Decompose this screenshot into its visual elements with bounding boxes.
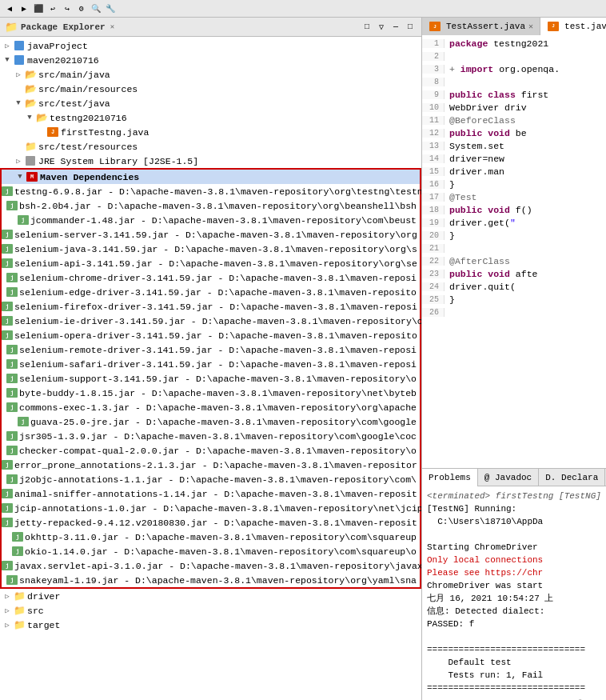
list-item[interactable]: j byte-buddy-1.8.15.jar - D:\apache-mave… bbox=[2, 386, 420, 400]
tree-item-target[interactable]: ▷ 📁 target bbox=[0, 618, 421, 632]
list-item[interactable]: j selenium-support-3.141.59.jar - D:\apa… bbox=[2, 371, 420, 386]
list-item[interactable]: j checker-compat-qual-2.0.0.jar - D:\apa… bbox=[2, 443, 420, 458]
toolbar-icon-6[interactable]: ⚙ bbox=[75, 2, 88, 15]
list-item[interactable]: j selenium-server-3.141.59.jar - D:\apac… bbox=[2, 227, 420, 242]
tree-item-driver[interactable]: ▷ 📁 driver bbox=[0, 589, 421, 603]
jre-icon bbox=[24, 155, 37, 166]
tab-close-icon[interactable]: ✕ bbox=[528, 22, 533, 31]
toggle-src-main-java[interactable]: ▷ bbox=[13, 70, 24, 79]
toggle-driver[interactable]: ▷ bbox=[2, 592, 13, 601]
toggle-src-test-java[interactable]: ▼ bbox=[13, 99, 24, 107]
code-line: 24 driver.quit( bbox=[422, 280, 606, 293]
tab-declaration[interactable]: D. Declara bbox=[539, 469, 605, 486]
tree-item-firstTestng[interactable]: J firstTestng.java bbox=[0, 125, 421, 139]
list-item[interactable]: j selenium-safari-driver-3.141.59.jar - … bbox=[2, 357, 420, 371]
tab-label: TestAssert.java bbox=[446, 22, 525, 31]
jar-icon: j bbox=[2, 488, 13, 499]
toggle-testng[interactable]: ▼ bbox=[24, 114, 35, 122]
editor-panel: J TestAssert.java ✕ J test.java ✕ 1 pack… bbox=[422, 18, 606, 700]
dep-label: okio-1.14.0.jar - D:\apache-maven-3.8.1\… bbox=[25, 546, 417, 557]
tab-problems[interactable]: Problems bbox=[422, 469, 478, 486]
close-tab-icon[interactable]: ✕ bbox=[110, 22, 114, 31]
list-item[interactable]: j selenium-remote-driver-3.141.59.jar - … bbox=[2, 342, 420, 357]
testng-folder-icon: 📂 bbox=[35, 112, 48, 123]
project-tree[interactable]: ▷ javaProject ▼ maven20210716 ▷ 📂 src/ma… bbox=[0, 37, 421, 700]
jar-icon: j bbox=[12, 531, 23, 542]
maximize-icon[interactable]: □ bbox=[404, 21, 417, 34]
tab-javadoc[interactable]: @ Javadoc bbox=[478, 469, 539, 486]
list-item[interactable]: j j2objc-annotations-1.1.jar - D:\apache… bbox=[2, 472, 420, 486]
tree-label: src/main/resources bbox=[38, 84, 138, 94]
code-editor[interactable]: 1 package testng2021 2 3 + import org.op… bbox=[422, 35, 606, 468]
tree-item-maven-deps[interactable]: ▼ M Maven Dependencies bbox=[2, 170, 420, 184]
list-item[interactable]: j animal-sniffer-annotations-1.14.jar - … bbox=[2, 486, 420, 501]
tab-TestAssert[interactable]: J TestAssert.java ✕ bbox=[422, 18, 540, 35]
list-item[interactable]: j error_prone_annotations-2.1.3.jar - D:… bbox=[2, 458, 420, 472]
tree-item-src[interactable]: ▷ 📁 src bbox=[0, 603, 421, 618]
list-item[interactable]: j selenium-java-3.141.59.jar - D:\apache… bbox=[2, 242, 420, 256]
java-tab-icon: J bbox=[429, 21, 441, 32]
dep-label: animal-sniffer-annotations-1.14.jar - D:… bbox=[14, 489, 417, 499]
toolbar-icon-8[interactable]: 🔧 bbox=[104, 2, 117, 15]
code-line: 13 System.set bbox=[422, 139, 606, 152]
toolbar-icon-2[interactable]: ▶ bbox=[18, 2, 30, 15]
main-layout: 📁 Package Explorer ✕ □ ▽ — □ ▷ javaProje… bbox=[0, 18, 606, 700]
tree-label: target bbox=[27, 620, 60, 630]
console-line bbox=[427, 528, 606, 541]
toolbar-icon-5[interactable]: ↪ bbox=[61, 2, 74, 15]
list-item[interactable]: j jcip-annotations-1.0.jar - D:\apache-m… bbox=[2, 501, 420, 515]
list-item[interactable]: j guava-25.0-jre.jar - D:\apache-maven-3… bbox=[2, 414, 420, 429]
list-item[interactable]: j selenium-firefox-driver-3.141.59.jar -… bbox=[2, 299, 420, 314]
tree-item-testng[interactable]: ▼ 📂 testng20210716 bbox=[0, 110, 421, 125]
tree-item-src-main-res[interactable]: 📂 src/main/resources bbox=[0, 82, 421, 96]
src-folder-icon2: 📁 bbox=[13, 605, 26, 616]
toolbar-icon-3[interactable]: ⬛ bbox=[32, 2, 45, 15]
list-item[interactable]: j jcommander-1.48.jar - D:\apache-maven-… bbox=[2, 213, 420, 227]
toolbar-icon-1[interactable]: ◀ bbox=[3, 2, 16, 15]
console-line: Only local connections bbox=[427, 554, 606, 566]
toggle-maven-deps[interactable]: ▼ bbox=[14, 173, 26, 181]
list-item[interactable]: j okio-1.14.0.jar - D:\apache-maven-3.8.… bbox=[2, 544, 420, 558]
list-item[interactable]: j snakeyaml-1.19.jar - D:\apache-maven-3… bbox=[2, 573, 420, 587]
tree-item-maven[interactable]: ▼ maven20210716 bbox=[0, 53, 421, 67]
tree-label: testng20210716 bbox=[50, 113, 127, 123]
list-item[interactable]: j testng-6.9.8.jar - D:\apache-maven-3.8… bbox=[2, 184, 420, 198]
tree-item-src-main-java[interactable]: ▷ 📂 src/main/java bbox=[0, 67, 421, 82]
toggle-javaProject[interactable]: ▷ bbox=[2, 42, 13, 50]
list-item[interactable]: j jsr305-1.3.9.jar - D:\apache-maven-3.8… bbox=[2, 429, 420, 443]
toolbar-icon-4[interactable]: ↩ bbox=[46, 2, 59, 15]
list-item[interactable]: j javax.servlet-api-3.1.0.jar - D:\apach… bbox=[2, 558, 420, 573]
jar-icon: j bbox=[6, 445, 18, 456]
tree-item-javaProject[interactable]: ▷ javaProject bbox=[0, 38, 421, 53]
list-item[interactable]: j selenium-opera-driver-3.141.59.jar - D… bbox=[2, 328, 420, 342]
collapse-icon[interactable]: □ bbox=[361, 21, 373, 34]
java-tab-icon2: J bbox=[547, 21, 560, 32]
list-item[interactable]: j okhttp-3.11.0.jar - D:\apache-maven-3.… bbox=[2, 530, 420, 544]
toggle-maven[interactable]: ▼ bbox=[2, 56, 13, 64]
dep-label: jsr305-1.3.9.jar - D:\apache-maven-3.8.1… bbox=[19, 431, 417, 442]
code-line: 15 driver.man bbox=[422, 165, 606, 178]
code-line: 19 driver.get(" bbox=[422, 216, 606, 229]
tab-test[interactable]: J test.java ✕ bbox=[540, 18, 606, 35]
toggle-jre[interactable]: ▷ bbox=[13, 157, 24, 166]
list-item[interactable]: j jetty-repacked-9.4.12.v20180830.jar - … bbox=[2, 515, 420, 530]
java-file-icon: J bbox=[46, 126, 59, 138]
list-item[interactable]: j selenium-edge-driver-3.141.59.jar - D:… bbox=[2, 285, 420, 299]
toggle-src[interactable]: ▷ bbox=[2, 606, 13, 615]
jar-icon: j bbox=[6, 358, 18, 370]
toggle-target[interactable]: ▷ bbox=[2, 621, 13, 630]
list-item[interactable]: j selenium-api-3.141.59.jar - D:\apache-… bbox=[2, 256, 420, 270]
list-item[interactable]: j selenium-ie-driver-3.141.59.jar - D:\a… bbox=[2, 314, 420, 328]
maven-icon: M bbox=[26, 171, 38, 182]
list-item[interactable]: j commons-exec-1.3.jar - D:\apache-maven… bbox=[2, 400, 420, 414]
tree-item-src-test-java[interactable]: ▼ 📂 src/test/java bbox=[0, 96, 421, 110]
tree-item-jre[interactable]: ▷ JRE System Library [J2SE-1.5] bbox=[0, 154, 421, 168]
console-line: Please see https://chr bbox=[427, 566, 606, 579]
tree-item-src-test-res[interactable]: 📁 src/test/resources bbox=[0, 139, 421, 154]
minimize-icon[interactable]: — bbox=[389, 21, 402, 34]
toolbar-icon-7[interactable]: 🔍 bbox=[90, 2, 102, 15]
list-item[interactable]: j bsh-2.0b4.jar - D:\apache-maven-3.8.1\… bbox=[2, 198, 420, 213]
jar-icon: j bbox=[2, 560, 13, 571]
list-item[interactable]: j selenium-chrome-driver-3.141.59.jar - … bbox=[2, 270, 420, 285]
menu-down-icon[interactable]: ▽ bbox=[375, 21, 388, 34]
